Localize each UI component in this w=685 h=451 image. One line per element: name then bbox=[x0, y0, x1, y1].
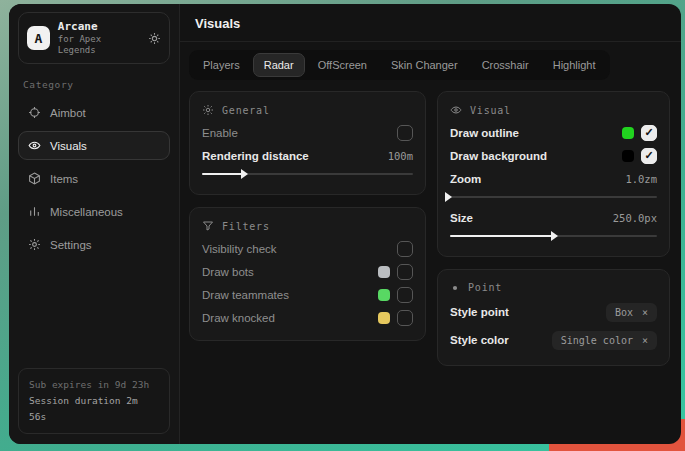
size-row: Size 250.0px bbox=[450, 206, 657, 229]
tab-radar[interactable]: Radar bbox=[253, 53, 305, 77]
style-color-select[interactable]: Single color × bbox=[552, 331, 657, 350]
rendering-distance-label: Rendering distance bbox=[202, 150, 309, 162]
draw-background-color-swatch[interactable] bbox=[622, 150, 634, 162]
draw-knocked-row: Draw knocked ✓ bbox=[202, 306, 413, 329]
draw-background-row: Draw background ✓ bbox=[450, 144, 657, 167]
slider-handle[interactable] bbox=[445, 192, 452, 202]
style-point-label: Style point bbox=[450, 306, 509, 318]
slider-handle[interactable] bbox=[551, 231, 558, 241]
general-panel: General Enable ✓ Rendering distance 100m bbox=[189, 91, 426, 195]
crosshair-icon bbox=[28, 106, 41, 119]
slider-handle[interactable] bbox=[241, 169, 248, 179]
size-slider[interactable] bbox=[450, 230, 657, 241]
bars-icon bbox=[28, 205, 41, 218]
draw-teammates-color-swatch[interactable] bbox=[378, 289, 390, 301]
tab-bar: Players Radar OffScreen Skin Changer Cro… bbox=[189, 50, 610, 80]
style-color-row: Style color Single color × bbox=[450, 326, 657, 354]
brand-gear-icon[interactable] bbox=[148, 32, 161, 45]
tab-crosshair[interactable]: Crosshair bbox=[471, 53, 540, 77]
sub-expires-text: Sub expires in 9d 23h bbox=[29, 377, 159, 393]
draw-bots-color-swatch[interactable] bbox=[378, 266, 390, 278]
left-column: General Enable ✓ Rendering distance 100m bbox=[189, 91, 426, 341]
style-point-select[interactable]: Box × bbox=[606, 303, 657, 322]
category-label: Category bbox=[23, 79, 165, 90]
gear-icon bbox=[28, 238, 41, 251]
sidebar-item-aimbot[interactable]: Aimbot bbox=[18, 98, 170, 127]
app-subtitle: for Apex Legends bbox=[58, 34, 140, 57]
tabs-row: Players Radar OffScreen Skin Changer Cro… bbox=[180, 42, 681, 82]
zoom-slider[interactable] bbox=[450, 191, 657, 202]
rendering-distance-value: 100m bbox=[388, 150, 413, 162]
zoom-row: Zoom 1.0zm bbox=[450, 167, 657, 190]
draw-teammates-row: Draw teammates ✓ bbox=[202, 283, 413, 306]
app-logo: A bbox=[27, 26, 50, 50]
app-name: Arcane bbox=[58, 20, 140, 34]
tab-skin-changer[interactable]: Skin Changer bbox=[380, 53, 469, 77]
draw-background-label: Draw background bbox=[450, 150, 547, 162]
draw-knocked-checkbox[interactable]: ✓ bbox=[397, 310, 413, 326]
draw-teammates-checkbox[interactable]: ✓ bbox=[397, 287, 413, 303]
draw-outline-label: Draw outline bbox=[450, 127, 519, 139]
check-icon: ✓ bbox=[644, 150, 653, 161]
eye-icon bbox=[450, 104, 462, 116]
app-window: A Arcane for Apex Legends Category Aimbo… bbox=[9, 4, 681, 444]
sidebar-item-miscellaneous[interactable]: Miscellaneous bbox=[18, 197, 170, 226]
draw-bots-row: Draw bots ✓ bbox=[202, 260, 413, 283]
style-point-row: Style point Box × bbox=[450, 298, 657, 326]
sidebar-item-label: Aimbot bbox=[50, 107, 86, 119]
draw-outline-row: Draw outline ✓ bbox=[450, 121, 657, 144]
slider-fill bbox=[450, 235, 556, 237]
right-column: Visual Draw outline ✓ Draw background bbox=[437, 91, 670, 366]
main-area: Visuals Players Radar OffScreen Skin Cha… bbox=[180, 4, 681, 444]
tab-offscreen[interactable]: OffScreen bbox=[307, 53, 378, 77]
sidebar-item-settings[interactable]: Settings bbox=[18, 230, 170, 259]
sidebar-item-label: Items bbox=[50, 173, 78, 185]
visual-panel-header: Visual bbox=[450, 104, 657, 116]
close-icon[interactable]: × bbox=[642, 307, 648, 318]
draw-teammates-label: Draw teammates bbox=[202, 289, 289, 301]
filters-panel-header: Filters bbox=[202, 220, 413, 232]
close-icon[interactable]: × bbox=[642, 335, 648, 346]
sidebar-item-label: Visuals bbox=[50, 140, 87, 152]
session-info-card: Sub expires in 9d 23h Session duration 2… bbox=[18, 368, 170, 434]
draw-outline-checkbox[interactable]: ✓ bbox=[641, 125, 657, 141]
draw-knocked-color-swatch[interactable] bbox=[378, 312, 390, 324]
cube-icon bbox=[28, 172, 41, 185]
size-value: 250.0px bbox=[613, 212, 657, 224]
rendering-distance-row: Rendering distance 100m bbox=[202, 144, 413, 167]
check-icon: ✓ bbox=[644, 127, 653, 138]
main-header: Visuals bbox=[180, 4, 681, 42]
draw-background-checkbox[interactable]: ✓ bbox=[641, 148, 657, 164]
draw-bots-label: Draw bots bbox=[202, 266, 254, 278]
visual-panel-title: Visual bbox=[470, 105, 511, 116]
session-duration-text: Session duration 2m 56s bbox=[29, 393, 159, 425]
funnel-icon bbox=[202, 220, 214, 232]
visual-panel: Visual Draw outline ✓ Draw background bbox=[437, 91, 670, 257]
content: General Enable ✓ Rendering distance 100m bbox=[180, 82, 681, 375]
filters-panel-title: Filters bbox=[222, 221, 270, 232]
slider-track bbox=[450, 196, 657, 198]
tab-highlight[interactable]: Highlight bbox=[542, 53, 607, 77]
point-panel-title: Point bbox=[468, 282, 502, 293]
draw-bots-checkbox[interactable]: ✓ bbox=[397, 264, 413, 280]
style-point-value: Box bbox=[615, 307, 633, 318]
sidebar-item-label: Settings bbox=[50, 239, 92, 251]
rendering-distance-slider[interactable] bbox=[202, 168, 413, 179]
style-color-value: Single color bbox=[561, 335, 633, 346]
enable-checkbox[interactable]: ✓ bbox=[397, 125, 413, 141]
point-panel-header: Point bbox=[450, 282, 657, 293]
style-color-label: Style color bbox=[450, 334, 509, 346]
zoom-label: Zoom bbox=[450, 173, 481, 185]
slider-fill bbox=[202, 173, 246, 175]
visibility-check-row: Visibility check ✓ bbox=[202, 237, 413, 260]
size-label: Size bbox=[450, 212, 473, 224]
sidebar-item-visuals[interactable]: Visuals bbox=[18, 131, 170, 160]
gear-icon bbox=[202, 104, 214, 116]
sidebar: A Arcane for Apex Legends Category Aimbo… bbox=[9, 4, 180, 444]
visibility-check-checkbox[interactable]: ✓ bbox=[397, 241, 413, 257]
tab-players[interactable]: Players bbox=[192, 53, 251, 77]
page-title: Visuals bbox=[195, 16, 666, 31]
filters-panel: Filters Visibility check ✓ Draw bots bbox=[189, 207, 426, 341]
draw-outline-color-swatch[interactable] bbox=[622, 127, 634, 139]
sidebar-item-items[interactable]: Items bbox=[18, 164, 170, 193]
